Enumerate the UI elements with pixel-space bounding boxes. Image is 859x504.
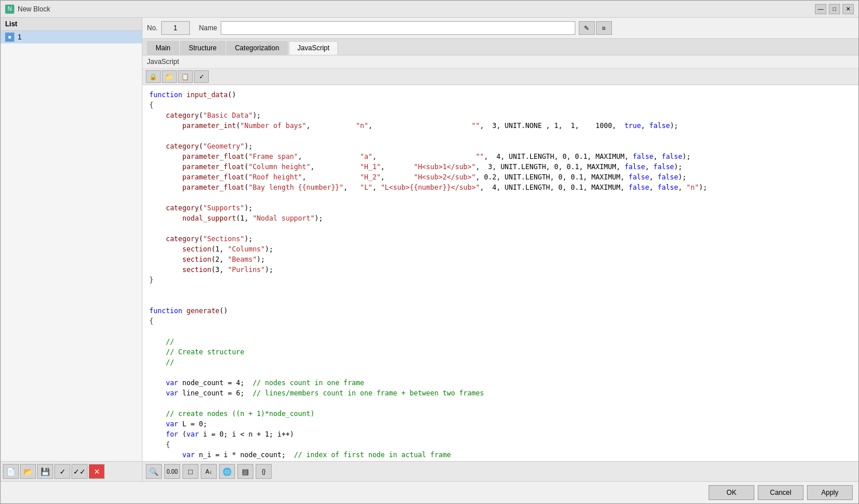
list-item-icon: ■: [5, 33, 14, 42]
copy-btn[interactable]: 📋: [178, 70, 193, 83]
save-file-btn[interactable]: 💾: [37, 464, 53, 479]
left-panel: List ■ 1 📄 📂 💾 ✓ ✓✓ ✕: [1, 18, 142, 481]
right-panel: No. Name ✎ ≡ Main Structure Categorizati…: [142, 18, 858, 481]
layout-bottom-btn[interactable]: ▤: [237, 464, 253, 479]
name-row: No. Name ✎ ≡: [142, 18, 858, 39]
bottom-toolbar: 🔍 0.00 □ A↓ 🌐 ▤ {}: [142, 461, 858, 481]
name-group: Name ✎ ≡: [199, 21, 612, 35]
no-input[interactable]: [161, 21, 190, 35]
maximize-btn[interactable]: □: [829, 4, 840, 14]
list-content: ■ 1: [1, 31, 142, 461]
window-icon: N: [5, 5, 14, 14]
lock-btn[interactable]: 🔒: [146, 70, 161, 83]
tab-categorization[interactable]: Categorization: [226, 41, 288, 55]
list-item[interactable]: ■ 1: [1, 31, 142, 43]
code-section-header: JavaScript: [142, 55, 858, 69]
name-label: Name: [199, 24, 217, 32]
code-container[interactable]: function input_data() { category("Basic …: [142, 85, 858, 461]
title-bar-left: N New Block: [5, 5, 50, 14]
decimal-btn[interactable]: 0.00: [164, 464, 180, 479]
apply-button[interactable]: Apply: [807, 485, 853, 500]
list-header: List: [1, 18, 142, 31]
code-toolbar: 🔒 📁 📋 ✓: [142, 69, 858, 85]
code-bottom-btn[interactable]: {}: [256, 464, 272, 479]
ok-button[interactable]: OK: [709, 485, 754, 500]
new-page-btn[interactable]: 📄: [3, 464, 19, 479]
folder-btn[interactable]: 📁: [162, 70, 177, 83]
confirm-btn[interactable]: ✓: [54, 464, 70, 479]
cancel-button[interactable]: Cancel: [758, 485, 804, 500]
remove-btn[interactable]: ✕: [89, 464, 105, 479]
title-buttons: — □ ✕: [815, 4, 854, 14]
minimize-btn[interactable]: —: [815, 4, 826, 14]
list-item-label: 1: [18, 33, 22, 41]
list-name-btn[interactable]: ≡: [596, 21, 612, 35]
edit-name-btn[interactable]: ✎: [579, 21, 595, 35]
apply-code-btn[interactable]: ✓: [194, 70, 209, 83]
name-buttons: ✎ ≡: [579, 21, 612, 35]
left-toolbar: 📄 📂 💾 ✓ ✓✓ ✕: [1, 461, 142, 481]
tab-main[interactable]: Main: [147, 41, 179, 55]
footer: OK Cancel Apply: [1, 481, 858, 503]
globe-bottom-btn[interactable]: 🌐: [219, 464, 235, 479]
window-title: New Block: [18, 5, 50, 13]
no-group: No.: [147, 21, 190, 35]
open-file-btn[interactable]: 📂: [20, 464, 36, 479]
search-bottom-btn[interactable]: 🔍: [146, 464, 162, 479]
close-btn[interactable]: ✕: [842, 4, 854, 14]
name-input[interactable]: [221, 21, 575, 35]
tab-structure[interactable]: Structure: [180, 41, 225, 55]
tab-javascript[interactable]: JavaScript: [289, 41, 338, 55]
box-bottom-btn[interactable]: □: [182, 464, 198, 479]
confirm2-btn[interactable]: ✓✓: [71, 464, 88, 479]
text-bottom-btn[interactable]: A↓: [201, 464, 217, 479]
main-window: N New Block — □ ✕ List ■ 1 📄 📂 💾 ✓: [0, 0, 859, 504]
title-bar: N New Block — □ ✕: [1, 1, 858, 18]
no-label: No.: [147, 24, 158, 32]
code-section: JavaScript 🔒 📁 📋 ✓ function input_data()…: [142, 55, 858, 461]
content-area: List ■ 1 📄 📂 💾 ✓ ✓✓ ✕ No.: [1, 18, 858, 481]
tabs-bar: Main Structure Categorization JavaScript: [142, 39, 858, 55]
